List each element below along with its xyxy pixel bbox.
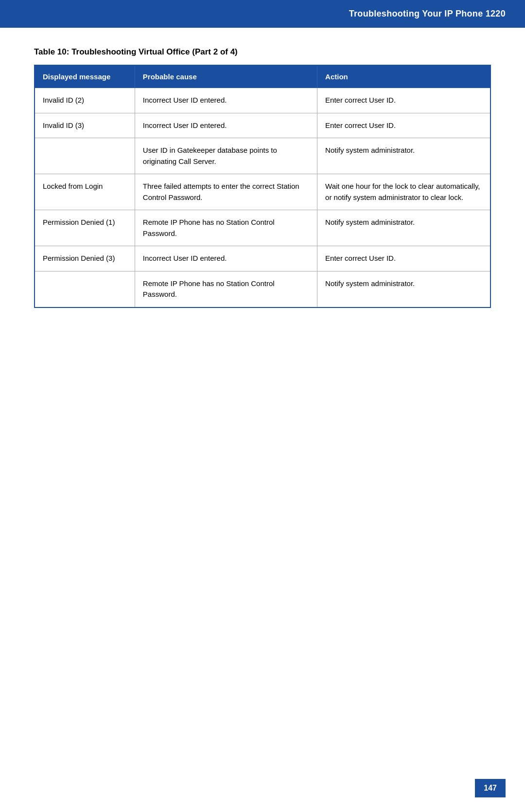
cell-action: Enter correct User ID. (317, 88, 490, 113)
page-number: 147 (484, 784, 497, 792)
cell-action: Notify system administrator. (317, 271, 490, 307)
cell-displayed: Locked from Login (35, 174, 135, 210)
cell-probable: Three failed attempts to enter the corre… (135, 174, 317, 210)
table-row: Locked from LoginThree failed attempts t… (35, 174, 490, 210)
table-header-row: Displayed message Probable cause Action (35, 65, 490, 88)
page-number-area: 147 (475, 779, 506, 797)
header-title: Troubleshooting Your IP Phone 1220 (349, 9, 506, 18)
table-row: User ID in Gatekeeper database points to… (35, 138, 490, 174)
cell-displayed: Invalid ID (2) (35, 88, 135, 113)
table-row: Permission Denied (1)Remote IP Phone has… (35, 210, 490, 246)
troubleshooting-table: Displayed message Probable cause Action … (34, 65, 491, 308)
cell-displayed: Invalid ID (3) (35, 113, 135, 138)
cell-displayed: Permission Denied (1) (35, 210, 135, 246)
cell-action: Notify system administrator. (317, 210, 490, 246)
cell-probable: Incorrect User ID entered. (135, 88, 317, 113)
cell-action: Wait one hour for the lock to clear auto… (317, 174, 490, 210)
cell-displayed (35, 271, 135, 307)
table-row: Remote IP Phone has no Station Control P… (35, 271, 490, 307)
cell-probable: Incorrect User ID entered. (135, 113, 317, 138)
table-row: Permission Denied (3)Incorrect User ID e… (35, 246, 490, 271)
table-title: Table 10: Troubleshooting Virtual Office… (34, 47, 491, 57)
cell-probable: Remote IP Phone has no Station Control P… (135, 210, 317, 246)
col-header-probable: Probable cause (135, 65, 317, 88)
cell-probable: Incorrect User ID entered. (135, 246, 317, 271)
cell-probable: User ID in Gatekeeper database points to… (135, 138, 317, 174)
cell-action: Notify system administrator. (317, 138, 490, 174)
cell-probable: Remote IP Phone has no Station Control P… (135, 271, 317, 307)
table-row: Invalid ID (2)Incorrect User ID entered.… (35, 88, 490, 113)
cell-action: Enter correct User ID. (317, 246, 490, 271)
page-content: Table 10: Troubleshooting Virtual Office… (0, 28, 525, 347)
header-bar: Troubleshooting Your IP Phone 1220 (0, 0, 525, 28)
col-header-displayed: Displayed message (35, 65, 135, 88)
cell-action: Enter correct User ID. (317, 113, 490, 138)
table-row: Invalid ID (3)Incorrect User ID entered.… (35, 113, 490, 138)
cell-displayed (35, 138, 135, 174)
cell-displayed: Permission Denied (3) (35, 246, 135, 271)
col-header-action: Action (317, 65, 490, 88)
